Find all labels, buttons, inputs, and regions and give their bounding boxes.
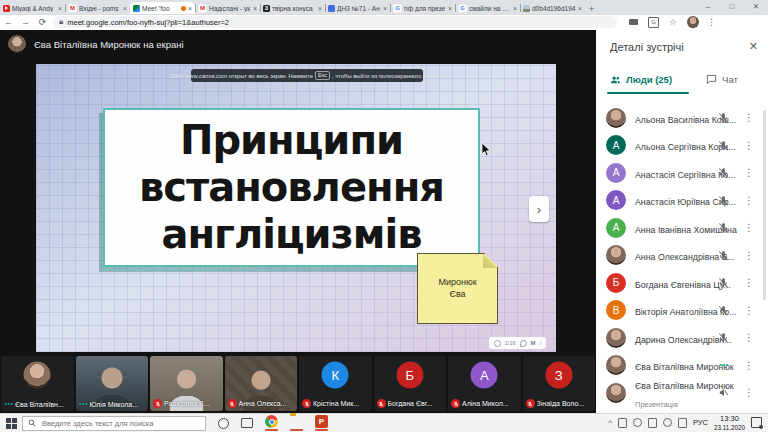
video-tile[interactable]: Б Богдана Євг... — [374, 356, 447, 411]
tile-name: Богдана Євг... — [388, 400, 433, 407]
tile-name: Анна Олекса... — [239, 400, 287, 407]
maximize-icon[interactable]: □ — [720, 0, 744, 13]
tray-expand-icon[interactable]: ^ — [608, 418, 612, 427]
presenter-badge[interactable]: M — [531, 340, 536, 346]
participant-row[interactable]: А Анастасія Юріївна Сир... ⋮ — [596, 187, 764, 215]
browser-tab[interactable]: 3 твірна конуса × — [260, 2, 325, 14]
browser-tab[interactable]: M Вхідні - poms × — [65, 2, 130, 14]
reload-icon[interactable]: ⟳ — [34, 17, 51, 27]
mic-off-icon — [718, 277, 729, 288]
tab-close-icon[interactable]: × — [58, 5, 62, 12]
address-bar[interactable]: 🔒︎ meet.google.com/foo-nyfh-suj?pli=1&au… — [53, 16, 617, 28]
new-tab-button[interactable]: + — [589, 4, 594, 14]
browser-menu-icon[interactable]: ⋮ — [707, 17, 716, 27]
participant-row[interactable]: Дарина Олександрівн... ⋮ — [596, 324, 764, 352]
participant-menu-icon[interactable]: ⋮ — [744, 250, 754, 261]
tab-chat[interactable]: Чат — [706, 74, 738, 85]
tab-close-icon[interactable]: × — [318, 5, 322, 12]
tab-close-icon[interactable]: × — [188, 5, 192, 12]
participant-initial-avatar: Б — [396, 362, 423, 389]
chrome-taskbar-button[interactable] — [265, 415, 278, 431]
tab-close-icon[interactable]: × — [578, 5, 582, 12]
system-tray: ^ РУС 13:30 23.11.2020 — [608, 414, 768, 431]
participant-menu-icon[interactable]: ⋮ — [744, 332, 754, 343]
participant-menu-icon[interactable]: ⋮ — [744, 195, 754, 206]
tab-close-icon[interactable]: × — [513, 5, 517, 12]
task-view-button[interactable] — [241, 418, 253, 428]
browser-tab-active[interactable]: Meet "foo × — [130, 2, 195, 14]
close-icon[interactable]: ✕ — [744, 0, 768, 13]
powerpoint-taskbar-button[interactable]: P — [315, 415, 328, 431]
scrollbar[interactable] — [763, 110, 766, 300]
tab-close-icon[interactable]: × — [383, 5, 387, 12]
mic-off-icon — [718, 332, 729, 343]
back-icon[interactable]: ← — [0, 17, 17, 27]
tray-network-icon[interactable] — [648, 418, 657, 428]
participant-row[interactable]: А Анастасія Сергіївна Ко... ⋮ — [596, 159, 764, 187]
participant-initial-avatar: К — [322, 362, 349, 389]
people-icon — [610, 74, 621, 85]
participant-initial-avatar: З — [545, 362, 572, 389]
translate-icon[interactable]: G — [648, 17, 659, 28]
video-tile[interactable]: А Аліна Микол... — [448, 356, 521, 411]
open-app-indicator — [290, 429, 303, 431]
tab-close-icon[interactable]: × — [123, 5, 127, 12]
participant-menu-icon[interactable]: ⋮ — [744, 140, 754, 151]
participant-menu-icon[interactable]: ⋮ — [744, 112, 754, 123]
participant-menu-icon[interactable]: ⋮ — [744, 277, 754, 288]
video-tile[interactable]: Радіслава В... — [150, 356, 223, 411]
browser-tab[interactable]: d0b4d196d194 × — [520, 2, 585, 14]
profile-avatar[interactable] — [687, 16, 699, 28]
participant-row[interactable]: Альона Василівна Кош... ⋮ — [596, 104, 764, 132]
participant-row[interactable]: А Альона Сергіївна Корн... ⋮ — [596, 132, 764, 160]
browser-tab[interactable]: G смайли на уро × — [455, 2, 520, 14]
bookmark-star-icon[interactable]: ☆ — [669, 17, 677, 27]
cortana-button[interactable] — [218, 418, 229, 429]
tab-close-icon[interactable]: × — [448, 5, 452, 12]
timer-icon[interactable] — [494, 340, 501, 347]
action-center-icon[interactable] — [751, 417, 762, 428]
participant-row[interactable]: Єва Віталіївна Миронюк Презентація ⋮ — [596, 379, 764, 407]
minimize-icon[interactable]: – — [696, 0, 720, 13]
explorer-taskbar-button[interactable] — [290, 415, 303, 431]
tab-people[interactable]: Люди (25) — [610, 74, 672, 85]
next-slide-button[interactable]: › — [529, 196, 549, 222]
participant-row[interactable]: В Вікторія Анатоліївна Го... ⋮ — [596, 297, 764, 325]
participant-row[interactable]: А Анна Іванівна Хомишина ⋮ — [596, 214, 764, 242]
video-tile[interactable]: ⋯ Єва Віталіївн... — [1, 356, 74, 411]
forward-icon[interactable]: → — [17, 17, 34, 27]
comment-icon[interactable] — [520, 340, 527, 347]
video-tile[interactable]: К Крістіна Мик... — [299, 356, 372, 411]
participant-menu-icon[interactable]: ⋮ — [744, 305, 754, 316]
participant-row[interactable]: Анна Олександрівна Б... ⋮ — [596, 242, 764, 270]
video-tile[interactable]: ⋯ Юлія Микола... — [76, 356, 149, 411]
pointer-icon[interactable]: / — [540, 340, 542, 346]
participant-menu-icon[interactable]: ⋮ — [744, 360, 754, 371]
participant-menu-icon[interactable]: ⋮ — [744, 387, 754, 398]
browser-tab[interactable]: Miyagi & Andy × — [0, 2, 65, 14]
tray-sound-icon[interactable] — [663, 418, 672, 427]
taskbar-clock[interactable]: 13:30 23.11.2020 — [714, 414, 745, 431]
participant-menu-icon[interactable]: ⋮ — [744, 222, 754, 233]
panel-close-icon[interactable]: ✕ — [749, 40, 758, 53]
browser-tab[interactable]: M Надіслані - ук × — [195, 2, 260, 14]
participant-menu-icon[interactable]: ⋮ — [744, 167, 754, 178]
search-input[interactable] — [40, 418, 174, 429]
tray-battery-icon[interactable] — [678, 418, 687, 428]
language-indicator[interactable]: РУС — [693, 418, 708, 427]
time: 13:30 — [714, 414, 745, 423]
slide-title-line: англіцизмів — [161, 211, 421, 258]
extension-icon[interactable] — [629, 19, 638, 25]
video-tile[interactable]: Анна Олекса... — [225, 356, 298, 411]
browser-tab[interactable]: ДНЗ №71 - Ан × — [325, 2, 390, 14]
presentation-toolbar[interactable]: 1/16 M / — [489, 337, 546, 349]
video-tile[interactable]: З Зінаїда Воло... — [523, 356, 596, 411]
tray-app-icon[interactable] — [618, 418, 627, 428]
taskbar-search[interactable] — [22, 416, 206, 431]
tab-close-icon[interactable]: × — [253, 5, 257, 12]
mic-muted-icon — [377, 399, 386, 408]
browser-tab[interactable]: G гіф для презе × — [390, 2, 455, 14]
start-button[interactable] — [0, 418, 22, 429]
tray-app-icon[interactable] — [633, 418, 642, 427]
participant-row[interactable]: Б Богдана Євгенівна Цу... ⋮ — [596, 269, 764, 297]
